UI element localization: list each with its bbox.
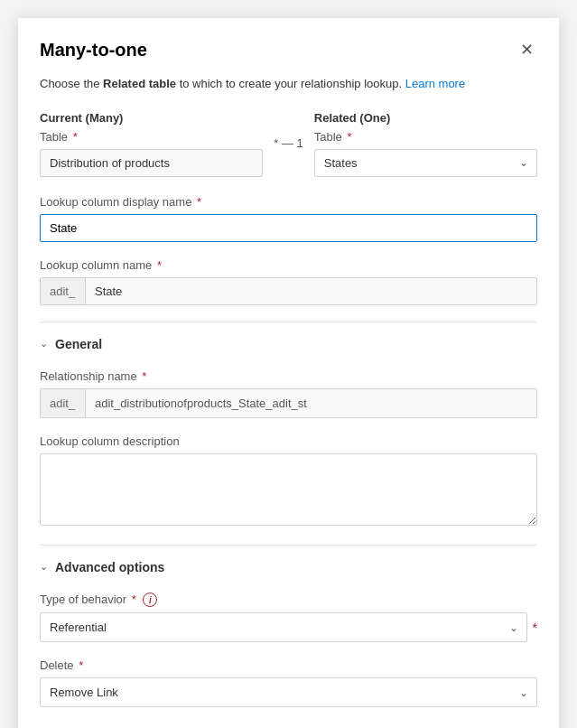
delete-required-star: * xyxy=(76,658,84,672)
delete-select[interactable]: Remove Link Restrict Cascade xyxy=(40,677,537,707)
general-chevron-icon: ⌄ xyxy=(40,338,48,350)
lookup-display-label: Lookup column display name * xyxy=(40,195,537,209)
general-section-label: General xyxy=(55,337,102,351)
advanced-chevron-icon: ⌄ xyxy=(40,561,48,573)
general-section-header[interactable]: ⌄ General xyxy=(40,337,537,351)
lookup-name-required-star: * xyxy=(154,258,162,272)
current-section-label: Current (Many) xyxy=(40,111,263,125)
relationship-name-value: adit_distributionofproducts_State_adit_s… xyxy=(86,389,536,417)
behavior-outer-required-star: * xyxy=(533,621,537,635)
current-table-input-wrapper xyxy=(40,149,263,177)
many-to-one-dialog: Many-to-one ✕ Choose the Related table t… xyxy=(18,18,559,728)
advanced-section-header[interactable]: ⌄ Advanced options xyxy=(40,560,537,574)
lookup-display-group: Lookup column display name * xyxy=(40,195,537,242)
relationship-name-required-star: * xyxy=(139,369,147,383)
related-table-select-wrapper: States ⌄ xyxy=(314,149,537,177)
relationship-name-label: Relationship name * xyxy=(40,369,537,383)
behavior-info-icon[interactable]: i xyxy=(143,593,157,607)
close-button[interactable]: ✕ xyxy=(517,40,537,60)
advanced-section-label: Advanced options xyxy=(55,560,164,574)
lookup-name-input-wrapper: adit_ State xyxy=(40,277,537,305)
behavior-select-row: Referential Parental Custom ⌄ * xyxy=(40,612,537,642)
lookup-display-required-star: * xyxy=(193,195,201,209)
related-table-section: Related (One) Table * States ⌄ xyxy=(314,111,537,177)
type-of-behavior-group: Type of behavior * i Referential Parenta… xyxy=(40,593,537,643)
lookup-name-group: Lookup column name * adit_ State xyxy=(40,258,537,305)
delete-select-wrapper: Remove Link Restrict Cascade ⌄ xyxy=(40,677,537,707)
lookup-name-label: Lookup column name * xyxy=(40,258,537,272)
current-table-required-star: * xyxy=(70,130,78,144)
dialog-header: Many-to-one ✕ xyxy=(40,40,537,61)
dialog-subtitle: Choose the Related table to which to cre… xyxy=(40,75,537,93)
related-section-label: Related (One) xyxy=(314,111,537,125)
behavior-required-star: * xyxy=(128,593,136,606)
relationship-name-prefix: adit_ xyxy=(41,389,86,417)
learn-more-link[interactable]: Learn more xyxy=(405,77,465,90)
behavior-select[interactable]: Referential Parental Custom xyxy=(40,612,527,642)
behavior-select-wrapper: Referential Parental Custom ⌄ xyxy=(40,612,527,642)
delete-group: Delete * Remove Link Restrict Cascade ⌄ xyxy=(40,658,537,707)
relation-connector: * — 1 xyxy=(263,136,314,150)
relationship-name-group: Relationship name * adit_ adit_distribut… xyxy=(40,369,537,418)
dialog-title: Many-to-one xyxy=(40,40,147,61)
current-table-section: Current (Many) Table * xyxy=(40,111,263,177)
current-table-input[interactable] xyxy=(40,149,263,177)
delete-label: Delete * xyxy=(40,658,537,672)
lookup-description-group: Lookup column description xyxy=(40,434,537,528)
section-divider xyxy=(40,322,537,322)
lookup-description-textarea[interactable] xyxy=(40,453,537,526)
related-table-required-star: * xyxy=(344,130,352,144)
type-of-behavior-label: Type of behavior * i xyxy=(40,593,537,608)
relationship-name-row: adit_ adit_distributionofproducts_State_… xyxy=(40,388,537,418)
section-divider-2 xyxy=(40,545,537,546)
lookup-description-label: Lookup column description xyxy=(40,434,537,448)
lookup-display-input[interactable] xyxy=(40,214,537,242)
current-table-label: Table * xyxy=(40,130,263,144)
related-table-select[interactable]: States xyxy=(314,149,537,177)
tables-row: Current (Many) Table * * — 1 Related (On… xyxy=(40,111,537,177)
lookup-name-prefix: adit_ xyxy=(41,278,86,304)
lookup-name-value: State xyxy=(86,278,536,304)
related-table-label: Table * xyxy=(314,130,537,144)
